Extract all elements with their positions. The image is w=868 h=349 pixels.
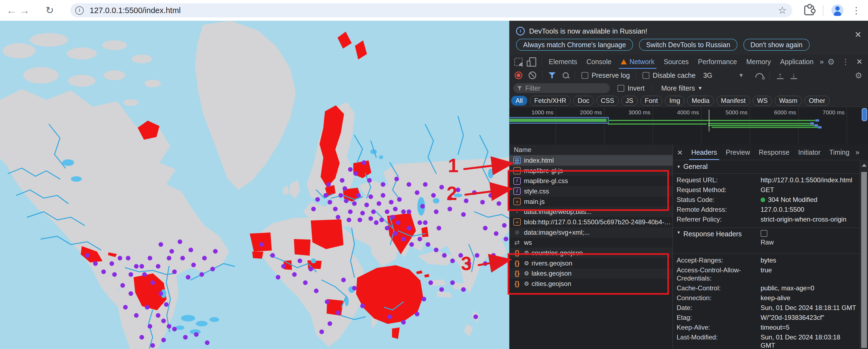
filter-chip-ws[interactable]: WS [753,96,772,106]
filter-chip-js[interactable]: JS [621,96,638,106]
header-value[interactable]: Sun, 01 Dec 2024 18:18:11 GMT [761,304,856,312]
request-row[interactable]: ‹›main.js [509,197,673,207]
raw-checkbox[interactable] [761,230,767,237]
filter-chip-manifest[interactable]: Manifest [717,96,750,106]
details-tab-preview[interactable]: Preview [721,145,754,160]
filter-chip-fetchxhr[interactable]: Fetch/XHR [530,96,570,106]
infobar-button[interactable]: Always match Chrome's language [516,39,633,51]
filter-chip-img[interactable]: Img [665,96,685,106]
devtools-close-icon[interactable] [857,57,862,66]
tab-application[interactable]: Application [776,55,818,69]
more-filters-button[interactable]: More filters [661,84,695,92]
raw-label[interactable]: Raw [761,238,774,246]
network-overview-timeline[interactable]: 1000 ms2000 ms3000 ms4000 ms5000 ms6000 … [509,107,868,145]
infobar-button[interactable]: Don't show again [743,39,810,51]
invert-checkbox[interactable] [617,85,624,92]
tab-console[interactable]: Console [582,55,616,69]
timeline-scroll-handle[interactable] [862,108,867,121]
filter-chip-wasm[interactable]: Wasm [775,96,802,106]
forward-icon[interactable] [18,5,31,17]
filter-chip-doc[interactable]: Doc [573,96,594,106]
header-value[interactable]: bytes [761,256,856,264]
tab-network[interactable]: Network [616,55,659,69]
clear-icon[interactable] [529,71,536,79]
inspect-element-icon[interactable] [515,58,523,66]
tab-sources[interactable]: Sources [659,55,693,69]
request-row[interactable]: ‹›blob:http://127.0.0.1:5500/5c697b20-24… [509,217,673,227]
details-tab-response[interactable]: Response [754,145,794,160]
header-value[interactable]: 127.0.0.1:5500 [761,205,856,214]
world-map[interactable] [0,21,509,349]
infobar-button[interactable]: Switch DevTools to Russian [639,39,737,51]
request-row[interactable]: {}⚙cities.geojson [509,279,673,289]
reload-icon[interactable] [43,5,56,16]
request-row[interactable]: {}⚙rivers.geojson [509,258,673,268]
filter-chip-all[interactable]: All [511,96,527,106]
header-value[interactable]: keep-alive [761,294,856,302]
request-row[interactable]: {}⚙lakes.geojson [509,268,673,279]
header-value[interactable]: public, max-age=0 [761,284,856,292]
request-row[interactable]: ·data:image/webp;bas... [509,207,673,217]
general-section-header[interactable]: General [673,160,860,174]
header-value[interactable]: W/"20d-193836423cf" [761,314,856,322]
request-row[interactable]: data:image/svg+xml;... [509,227,673,238]
extensions-icon[interactable] [804,5,814,15]
network-settings-gear-icon[interactable] [855,71,862,80]
site-info-icon[interactable] [75,6,84,15]
header-value[interactable]: timeout=5 [761,323,856,331]
map-canvas[interactable] [0,21,509,349]
more-tabs-icon[interactable]: » [820,58,824,66]
more-filters-caret-icon[interactable] [698,85,703,91]
header-value[interactable]: 304 Not Modified [761,196,856,204]
details-tab-headers[interactable]: Headers [687,145,722,160]
address-bar[interactable]: 127.0.0.1:5500/index.html [70,3,792,18]
export-har-icon[interactable]: ↓ [790,72,797,79]
throttling-select[interactable]: 3G [703,71,712,79]
tab-elements[interactable]: Elements [544,55,582,69]
disable-cache-label[interactable]: Disable cache [653,71,695,79]
header-value[interactable]: true [761,266,856,283]
throttling-caret-icon[interactable] [739,72,744,79]
tab-performance[interactable]: Performance [693,55,742,69]
request-row[interactable]: /style.css [509,186,673,197]
infobar-close-icon[interactable] [855,29,861,40]
device-toolbar-icon[interactable] [529,57,536,66]
back-icon[interactable] [5,5,18,17]
url-text[interactable]: 127.0.0.1:5500/index.html [90,6,181,15]
header-value[interactable]: http://127.0.0.1:5500/index.html [761,176,856,184]
network-conditions-icon[interactable] [755,73,764,78]
filter-chip-font[interactable]: Font [640,96,662,106]
header-value[interactable]: strict-origin-when-cross-origin [761,215,856,224]
bookmark-star-icon[interactable] [778,5,787,16]
request-row[interactable]: /maplibre-gl.css [509,176,673,186]
scrollbar-up-icon[interactable] [862,164,867,167]
filter-input[interactable]: Filter [513,83,610,93]
filter-chip-media[interactable]: Media [687,96,714,106]
details-scrollbar[interactable] [860,160,868,349]
scrollbar-thumb[interactable] [861,172,867,348]
details-tab-initiator[interactable]: Initiator [794,145,825,160]
tab-memory[interactable]: Memory [742,55,775,69]
record-icon[interactable] [517,74,520,77]
response-headers-section-header[interactable]: Response Headers Raw [673,228,860,254]
disable-cache-checkbox[interactable] [643,72,649,79]
details-more-tabs-icon[interactable]: » [856,148,859,156]
header-value[interactable]: GET [761,186,856,194]
request-row[interactable]: ⇄ws [509,238,673,248]
search-icon[interactable] [563,72,569,78]
filter-chip-other[interactable]: Other [804,96,830,106]
filter-toggle-icon[interactable] [549,72,556,78]
details-close-icon[interactable] [677,148,683,157]
request-row[interactable]: {}⚙countries.geojson [509,248,673,258]
request-row[interactable]: index.html [509,155,673,166]
preserve-log-label[interactable]: Preserve log [592,71,630,79]
preserve-log-checkbox[interactable] [582,72,588,79]
import-har-icon[interactable]: ↑ [777,72,783,79]
devtools-menu-icon[interactable] [842,57,849,66]
request-row[interactable]: ‹›maplibre-gl.js [509,166,673,176]
name-column-header[interactable]: Name [509,145,673,155]
browser-menu-icon[interactable] [851,5,861,16]
invert-label[interactable]: Invert [627,84,645,92]
settings-gear-icon[interactable] [827,57,835,66]
filter-chip-css[interactable]: CSS [596,96,619,106]
